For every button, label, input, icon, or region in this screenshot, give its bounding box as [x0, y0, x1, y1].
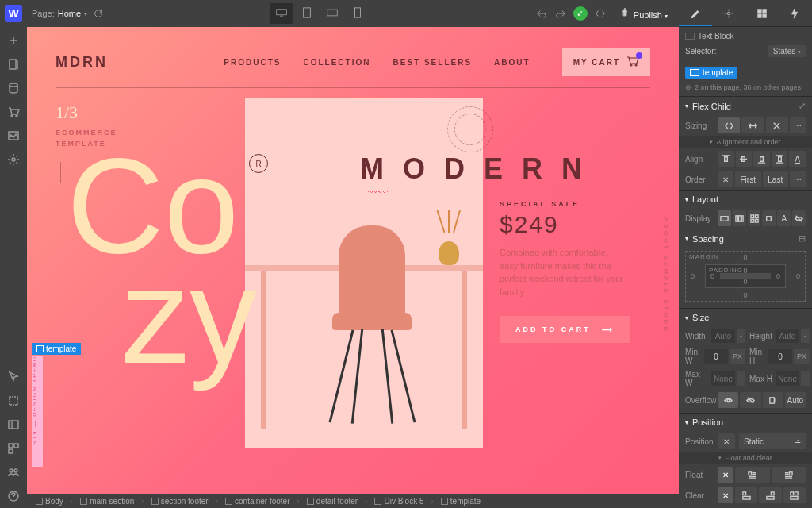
redo-icon[interactable]	[554, 7, 567, 20]
position-select[interactable]: Static≑	[739, 433, 806, 449]
add-to-cart-button[interactable]: ADD TO CART⟶	[500, 316, 630, 343]
tab-settings-icon[interactable]	[712, 0, 745, 26]
design-canvas[interactable]: MDRN PRODUCTS COLLECTION BEST SELLERS AB…	[27, 27, 679, 494]
webflow-logo[interactable]: W	[5, 5, 22, 22]
tab-interactions-icon[interactable]	[779, 0, 812, 26]
page-selector[interactable]: Page: Home ▾	[32, 9, 87, 18]
help-icon[interactable]	[6, 488, 21, 504]
align-start-icon[interactable]	[718, 151, 734, 167]
select-tool-icon[interactable]	[6, 393, 21, 409]
position-reset-icon[interactable]: ✕	[718, 433, 735, 449]
nav-about[interactable]: ABOUT	[494, 58, 530, 67]
desktop-device-icon[interactable]	[270, 3, 293, 24]
align-center-icon[interactable]	[736, 151, 753, 167]
brand-logo[interactable]: MDRN	[56, 54, 108, 71]
align-baseline-icon[interactable]: A	[789, 151, 806, 167]
alignment-header[interactable]: ▾Alignment and order	[679, 136, 812, 148]
states-dropdown[interactable]: States ▾	[768, 45, 806, 57]
minw-unit[interactable]: PX	[730, 349, 745, 364]
height-input[interactable]	[776, 329, 799, 343]
section-flex-child[interactable]: ▾Flex Child⤢	[679, 97, 812, 115]
crumb-div[interactable]: Div Block 5	[370, 496, 427, 506]
cursor-tool-icon[interactable]	[6, 369, 21, 385]
width-unit[interactable]: -	[737, 329, 745, 343]
height-unit[interactable]: -	[801, 329, 810, 343]
assets-icon[interactable]	[6, 128, 21, 144]
crumb-main[interactable]: main section	[76, 496, 138, 506]
selected-element[interactable]: S19 — DESIGN TREND	[32, 356, 43, 467]
minh-unit[interactable]: PX	[794, 349, 810, 364]
clear-right-icon[interactable]	[759, 487, 781, 503]
cart-button[interactable]: MY CART	[562, 48, 650, 76]
minh-input[interactable]	[768, 349, 792, 364]
width-input[interactable]	[711, 329, 735, 343]
overflow-visible-icon[interactable]	[718, 392, 738, 408]
tablet-device-icon[interactable]	[295, 3, 319, 24]
maxh-unit[interactable]: -	[801, 371, 810, 386]
cms-icon[interactable]	[6, 80, 21, 96]
crumb-footer[interactable]: section footer	[147, 496, 213, 506]
clear-both-icon[interactable]	[783, 487, 806, 503]
overflow-auto-button[interactable]: Auto	[785, 392, 806, 408]
crumb-body[interactable]: Body	[32, 496, 67, 506]
xd-panel-icon[interactable]	[6, 417, 21, 433]
undo-icon[interactable]	[535, 7, 548, 20]
class-chip[interactable]: template	[685, 67, 737, 79]
sizing-grow-icon[interactable]	[741, 117, 764, 133]
section-spacing[interactable]: ▾Spacing⊟	[679, 229, 812, 248]
section-position[interactable]: ▾Position	[679, 414, 812, 431]
mobile-device-icon[interactable]	[346, 3, 370, 24]
display-inline-icon[interactable]: A	[777, 210, 791, 226]
align-end-icon[interactable]	[753, 151, 770, 167]
box-model[interactable]: MARGIN 0 0 0 0 PADDING 0 0 0 0	[685, 251, 806, 302]
team-icon[interactable]	[6, 464, 21, 480]
tablet-landscape-icon[interactable]	[320, 3, 344, 24]
display-grid-icon[interactable]	[748, 210, 761, 226]
order-none-icon[interactable]: ✕	[718, 171, 733, 187]
section-size[interactable]: ▾Size	[679, 309, 812, 326]
maxw-unit[interactable]: -	[737, 371, 745, 386]
settings-icon[interactable]	[6, 152, 21, 167]
nav-collection[interactable]: COLLECTION	[303, 58, 370, 67]
display-block-icon[interactable]	[718, 210, 731, 226]
tab-style-icon[interactable]	[679, 0, 712, 26]
order-last-button[interactable]: Last	[763, 171, 789, 187]
display-inlineblock-icon[interactable]	[762, 210, 776, 226]
spacing-settings-icon[interactable]: ⊟	[799, 233, 806, 244]
sizing-shrink-icon[interactable]	[718, 117, 740, 133]
order-first-button[interactable]: First	[735, 171, 761, 187]
tab-style-manager-icon[interactable]	[745, 0, 779, 26]
selection-tag[interactable]: template	[32, 343, 81, 355]
align-stretch-icon[interactable]	[772, 151, 788, 167]
expand-icon[interactable]: ⤢	[799, 101, 806, 111]
maxh-input[interactable]	[776, 371, 799, 386]
float-none-icon[interactable]: ✕	[718, 467, 733, 483]
crumb-detail[interactable]: detail footer	[303, 496, 362, 506]
clear-left-icon[interactable]	[735, 487, 757, 503]
add-element-icon[interactable]	[6, 33, 21, 48]
section-layout[interactable]: ▾Layout	[679, 190, 812, 208]
nav-bestsellers[interactable]: BEST SELLERS	[393, 58, 472, 67]
display-none-icon[interactable]	[792, 210, 806, 226]
navigator-icon[interactable]	[6, 441, 21, 456]
publish-button[interactable]: Publish ▾	[613, 4, 674, 23]
refresh-icon[interactable]	[92, 7, 105, 20]
order-more-icon[interactable]: ⋯	[790, 171, 806, 187]
minw-input[interactable]	[704, 349, 728, 364]
float-left-icon[interactable]	[735, 467, 770, 483]
nav-products[interactable]: PRODUCTS	[224, 58, 281, 67]
overflow-scroll-icon[interactable]	[763, 392, 783, 408]
ecommerce-icon[interactable]	[6, 104, 21, 120]
maxw-input[interactable]	[711, 371, 735, 386]
crumb-container[interactable]: container footer	[221, 496, 294, 506]
pages-icon[interactable]	[6, 56, 21, 72]
clear-none-icon[interactable]: ✕	[718, 487, 733, 503]
status-ok-icon[interactable]: ✓	[573, 6, 588, 21]
code-icon[interactable]	[594, 7, 607, 20]
float-header[interactable]: ▾Float and clear	[679, 452, 812, 464]
crumb-template[interactable]: template	[437, 496, 485, 506]
overflow-hidden-icon[interactable]	[740, 392, 760, 408]
display-flex-icon[interactable]	[733, 210, 746, 226]
float-right-icon[interactable]	[772, 467, 806, 483]
sizing-none-icon[interactable]	[766, 117, 788, 133]
